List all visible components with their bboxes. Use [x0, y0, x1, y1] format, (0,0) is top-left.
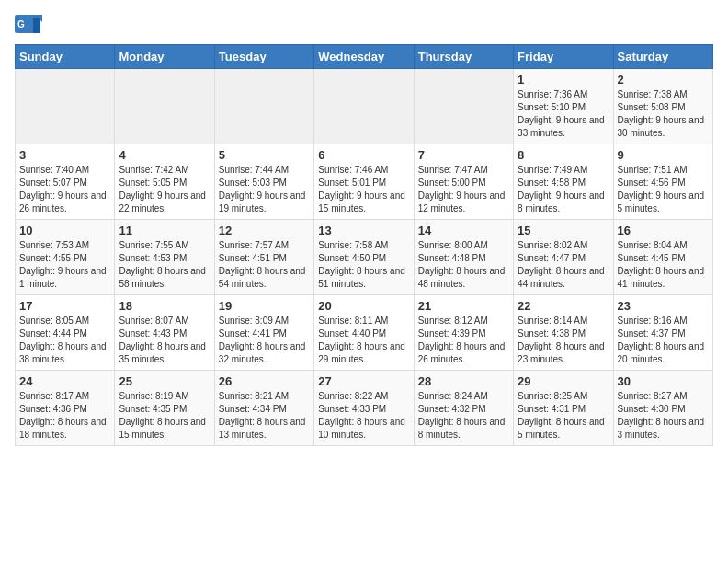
day-number: 1	[518, 73, 609, 86]
day-info: Sunrise: 7:47 AM Sunset: 5:00 PM Dayligh…	[418, 164, 509, 215]
day-info: Sunrise: 8:05 AM Sunset: 4:44 PM Dayligh…	[19, 315, 110, 366]
calendar-cell: 25Sunrise: 8:19 AM Sunset: 4:35 PM Dayli…	[115, 371, 214, 446]
calendar-cell: 26Sunrise: 8:21 AM Sunset: 4:34 PM Dayli…	[214, 371, 313, 446]
calendar-week-row: 17Sunrise: 8:05 AM Sunset: 4:44 PM Dayli…	[16, 295, 713, 371]
calendar-cell: 15Sunrise: 8:02 AM Sunset: 4:47 PM Dayli…	[514, 220, 613, 295]
calendar-cell: 20Sunrise: 8:11 AM Sunset: 4:40 PM Dayli…	[314, 295, 414, 371]
calendar-cell: 1Sunrise: 7:36 AM Sunset: 5:10 PM Daylig…	[514, 69, 613, 144]
day-number: 23	[618, 299, 709, 313]
calendar-cell: 6Sunrise: 7:46 AM Sunset: 5:01 PM Daylig…	[314, 144, 414, 220]
day-number: 14	[418, 224, 509, 237]
day-number: 4	[119, 148, 210, 162]
day-number: 20	[318, 299, 409, 313]
calendar-cell: 30Sunrise: 8:27 AM Sunset: 4:30 PM Dayli…	[613, 371, 712, 446]
calendar-cell: 3Sunrise: 7:40 AM Sunset: 5:07 PM Daylig…	[16, 144, 115, 220]
day-info: Sunrise: 8:21 AM Sunset: 4:34 PM Dayligh…	[219, 390, 310, 442]
day-number: 13	[318, 224, 409, 237]
day-info: Sunrise: 8:14 AM Sunset: 4:38 PM Dayligh…	[518, 315, 609, 366]
calendar-cell: 18Sunrise: 8:07 AM Sunset: 4:43 PM Dayli…	[115, 295, 214, 371]
calendar-cell: 2Sunrise: 7:38 AM Sunset: 5:08 PM Daylig…	[613, 69, 712, 144]
calendar-week-row: 24Sunrise: 8:17 AM Sunset: 4:36 PM Dayli…	[16, 371, 713, 446]
day-info: Sunrise: 7:53 AM Sunset: 4:55 PM Dayligh…	[19, 239, 110, 291]
day-info: Sunrise: 7:38 AM Sunset: 5:08 PM Dayligh…	[618, 88, 709, 140]
calendar-cell: 17Sunrise: 8:05 AM Sunset: 4:44 PM Dayli…	[16, 295, 115, 371]
weekday-header: Wednesday	[314, 45, 414, 69]
calendar-cell	[314, 69, 414, 144]
day-number: 2	[618, 73, 709, 86]
day-info: Sunrise: 8:00 AM Sunset: 4:48 PM Dayligh…	[418, 239, 509, 291]
day-info: Sunrise: 7:58 AM Sunset: 4:50 PM Dayligh…	[318, 239, 409, 291]
weekday-header: Tuesday	[214, 45, 313, 69]
calendar-header: SundayMondayTuesdayWednesdayThursdayFrid…	[16, 45, 713, 69]
day-info: Sunrise: 7:40 AM Sunset: 5:07 PM Dayligh…	[19, 164, 110, 215]
day-number: 12	[219, 224, 310, 237]
calendar-cell: 19Sunrise: 8:09 AM Sunset: 4:41 PM Dayli…	[214, 295, 313, 371]
day-number: 10	[19, 224, 110, 237]
svg-text:G: G	[17, 19, 25, 29]
day-number: 8	[518, 148, 609, 162]
day-number: 5	[219, 148, 310, 162]
calendar-week-row: 3Sunrise: 7:40 AM Sunset: 5:07 PM Daylig…	[16, 144, 713, 220]
svg-marker-1	[33, 18, 40, 33]
day-info: Sunrise: 8:09 AM Sunset: 4:41 PM Dayligh…	[219, 315, 310, 366]
day-info: Sunrise: 7:42 AM Sunset: 5:05 PM Dayligh…	[119, 164, 210, 215]
day-number: 18	[119, 299, 210, 313]
day-info: Sunrise: 7:36 AM Sunset: 5:10 PM Dayligh…	[518, 88, 609, 140]
logo-icon: G	[15, 15, 42, 37]
weekday-header: Sunday	[16, 45, 115, 69]
calendar-week-row: 10Sunrise: 7:53 AM Sunset: 4:55 PM Dayli…	[16, 220, 713, 295]
day-info: Sunrise: 7:51 AM Sunset: 4:56 PM Dayligh…	[618, 164, 709, 215]
day-info: Sunrise: 8:25 AM Sunset: 4:31 PM Dayligh…	[518, 390, 609, 442]
calendar-cell	[214, 69, 313, 144]
day-info: Sunrise: 8:22 AM Sunset: 4:33 PM Dayligh…	[318, 390, 409, 442]
day-info: Sunrise: 7:57 AM Sunset: 4:51 PM Dayligh…	[219, 239, 310, 291]
day-number: 3	[19, 148, 110, 162]
day-number: 22	[518, 299, 609, 313]
calendar-cell: 29Sunrise: 8:25 AM Sunset: 4:31 PM Dayli…	[514, 371, 613, 446]
day-number: 19	[219, 299, 310, 313]
day-info: Sunrise: 8:24 AM Sunset: 4:32 PM Dayligh…	[418, 390, 509, 442]
calendar-cell	[115, 69, 214, 144]
calendar-cell: 10Sunrise: 7:53 AM Sunset: 4:55 PM Dayli…	[16, 220, 115, 295]
calendar-cell: 12Sunrise: 7:57 AM Sunset: 4:51 PM Dayli…	[214, 220, 313, 295]
page-header: G	[15, 15, 713, 37]
weekday-header: Thursday	[414, 45, 513, 69]
calendar-cell: 7Sunrise: 7:47 AM Sunset: 5:00 PM Daylig…	[414, 144, 513, 220]
calendar-cell: 16Sunrise: 8:04 AM Sunset: 4:45 PM Dayli…	[613, 220, 712, 295]
day-info: Sunrise: 8:17 AM Sunset: 4:36 PM Dayligh…	[19, 390, 110, 442]
day-number: 27	[318, 374, 409, 388]
calendar-cell: 27Sunrise: 8:22 AM Sunset: 4:33 PM Dayli…	[314, 371, 414, 446]
day-number: 11	[119, 224, 210, 237]
day-number: 30	[618, 374, 709, 388]
day-info: Sunrise: 7:44 AM Sunset: 5:03 PM Dayligh…	[219, 164, 310, 215]
day-info: Sunrise: 8:04 AM Sunset: 4:45 PM Dayligh…	[618, 239, 709, 291]
calendar-cell: 8Sunrise: 7:49 AM Sunset: 4:58 PM Daylig…	[514, 144, 613, 220]
calendar-cell: 5Sunrise: 7:44 AM Sunset: 5:03 PM Daylig…	[214, 144, 313, 220]
calendar-body: 1Sunrise: 7:36 AM Sunset: 5:10 PM Daylig…	[16, 69, 713, 446]
day-number: 21	[418, 299, 509, 313]
calendar-cell: 9Sunrise: 7:51 AM Sunset: 4:56 PM Daylig…	[613, 144, 712, 220]
day-number: 26	[219, 374, 310, 388]
calendar-cell	[414, 69, 513, 144]
day-number: 16	[618, 224, 709, 237]
calendar-cell: 23Sunrise: 8:16 AM Sunset: 4:37 PM Dayli…	[613, 295, 712, 371]
day-info: Sunrise: 7:46 AM Sunset: 5:01 PM Dayligh…	[318, 164, 409, 215]
day-info: Sunrise: 8:07 AM Sunset: 4:43 PM Dayligh…	[119, 315, 210, 366]
day-number: 15	[518, 224, 609, 237]
calendar-week-row: 1Sunrise: 7:36 AM Sunset: 5:10 PM Daylig…	[16, 69, 713, 144]
calendar-cell: 13Sunrise: 7:58 AM Sunset: 4:50 PM Dayli…	[314, 220, 414, 295]
calendar-cell: 11Sunrise: 7:55 AM Sunset: 4:53 PM Dayli…	[115, 220, 214, 295]
weekday-header: Saturday	[613, 45, 712, 69]
day-number: 25	[119, 374, 210, 388]
calendar-cell: 21Sunrise: 8:12 AM Sunset: 4:39 PM Dayli…	[414, 295, 513, 371]
calendar-cell	[16, 69, 115, 144]
day-info: Sunrise: 8:02 AM Sunset: 4:47 PM Dayligh…	[518, 239, 609, 291]
day-number: 6	[318, 148, 409, 162]
day-info: Sunrise: 8:12 AM Sunset: 4:39 PM Dayligh…	[418, 315, 509, 366]
day-number: 7	[418, 148, 509, 162]
calendar-cell: 4Sunrise: 7:42 AM Sunset: 5:05 PM Daylig…	[115, 144, 214, 220]
day-number: 29	[518, 374, 609, 388]
day-number: 28	[418, 374, 509, 388]
day-info: Sunrise: 8:19 AM Sunset: 4:35 PM Dayligh…	[119, 390, 210, 442]
day-info: Sunrise: 7:55 AM Sunset: 4:53 PM Dayligh…	[119, 239, 210, 291]
